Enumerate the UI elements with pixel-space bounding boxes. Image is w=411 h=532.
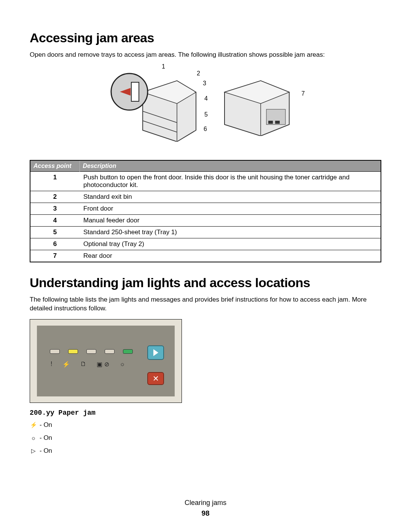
panel-icon-row: ! ⚡ 🗋 ▣ ⊘ ☼: [51, 361, 125, 368]
cell-desc: Optional tray (Tray 2): [80, 238, 381, 250]
callout-3: 3: [203, 80, 206, 87]
svg-rect-6: [131, 82, 139, 101]
cell-num: 4: [30, 214, 80, 226]
toner-icon: ▣ ⊘: [97, 361, 109, 368]
cell-desc: Push button to open the front door. Insi…: [80, 171, 381, 191]
table-row: 5Standard 250-sheet tray (Tray 1): [30, 226, 381, 238]
led-error-icon: [50, 349, 60, 354]
cell-desc: Manual feeder door: [80, 214, 381, 226]
access-point-table: Access point Description 1Push button to…: [30, 160, 381, 262]
printer-front-view: 1 2 3 4 5 6: [108, 66, 207, 153]
printer-rear-svg: [219, 79, 295, 136]
go-icon: ▷: [30, 447, 37, 454]
status-text: - On: [40, 434, 52, 442]
cell-desc: Standard 250-sheet tray (Tray 1): [80, 226, 381, 238]
ready-icon: ☼: [30, 435, 37, 441]
warning-icon: !: [51, 361, 52, 367]
jam-icon: ⚡: [30, 422, 37, 428]
th-description: Description: [80, 160, 381, 172]
printer-control-panel: ! ⚡ 🗋 ▣ ⊘ ☼ ✕: [30, 319, 182, 403]
footer-section-label: Clearing jams: [0, 499, 411, 507]
table-row: 6Optional tray (Tray 2): [30, 238, 381, 250]
status-line: ▷ - On: [30, 447, 381, 455]
cell-num: 6: [30, 238, 80, 250]
led-ready-icon: [123, 349, 133, 354]
led-paper-icon: [86, 349, 96, 354]
cell-desc: Standard exit bin: [80, 191, 381, 203]
led-toner-icon: [105, 349, 115, 354]
led-row: [50, 349, 133, 354]
printer-illustrations: 1 2 3 4 5 6 7: [30, 66, 381, 153]
svg-rect-12: [268, 121, 273, 124]
callout-5: 5: [204, 111, 208, 118]
led-jam-icon: [68, 349, 78, 354]
status-text: - On: [40, 421, 52, 429]
callout-6: 6: [204, 126, 207, 133]
cell-desc: Front door: [80, 203, 381, 214]
ready-icon: ☼: [119, 361, 125, 367]
cell-num: 2: [30, 191, 80, 203]
status-text: - On: [40, 447, 52, 455]
table-row: 2Standard exit bin: [30, 191, 381, 203]
magnifier-detail: [108, 71, 154, 117]
intro-understanding: The following table lists the jam lights…: [30, 296, 381, 313]
table-row: 7Rear door: [30, 250, 381, 262]
jam-icon: ⚡: [62, 361, 70, 368]
cell-num: 5: [30, 226, 80, 238]
cell-desc: Rear door: [80, 250, 381, 262]
heading-accessing-jam-areas: Accessing jam areas: [30, 30, 381, 45]
cell-num: 1: [30, 171, 80, 191]
cell-num: 3: [30, 203, 80, 214]
page-footer: Clearing jams 98: [0, 499, 411, 518]
th-access-point: Access point: [30, 160, 80, 172]
heading-understanding-jam-lights: Understanding jam lights and access loca…: [30, 275, 381, 290]
callout-1: 1: [162, 63, 165, 70]
callout-2: 2: [197, 70, 200, 77]
svg-rect-13: [275, 121, 280, 124]
panel-inner: ! ⚡ 🗋 ▣ ⊘ ☼ ✕: [37, 326, 175, 396]
intro-accessing: Open doors and remove trays to access ja…: [30, 51, 381, 59]
go-button[interactable]: [147, 345, 164, 360]
cell-num: 7: [30, 250, 80, 262]
callout-7: 7: [301, 90, 305, 97]
printer-rear-view: 7: [219, 79, 303, 140]
table-row: 1Push button to open the front door. Ins…: [30, 171, 381, 191]
callout-4: 4: [204, 95, 208, 102]
page-number: 98: [0, 509, 411, 518]
paper-icon: 🗋: [80, 361, 86, 367]
table-row: 4Manual feeder door: [30, 214, 381, 226]
status-line: ☼ - On: [30, 434, 381, 442]
table-row: 3Front door: [30, 203, 381, 214]
jam-code-heading: 200.yy Paper jam: [30, 409, 381, 417]
cancel-button[interactable]: ✕: [147, 372, 164, 385]
status-line: ⚡ - On: [30, 421, 381, 429]
